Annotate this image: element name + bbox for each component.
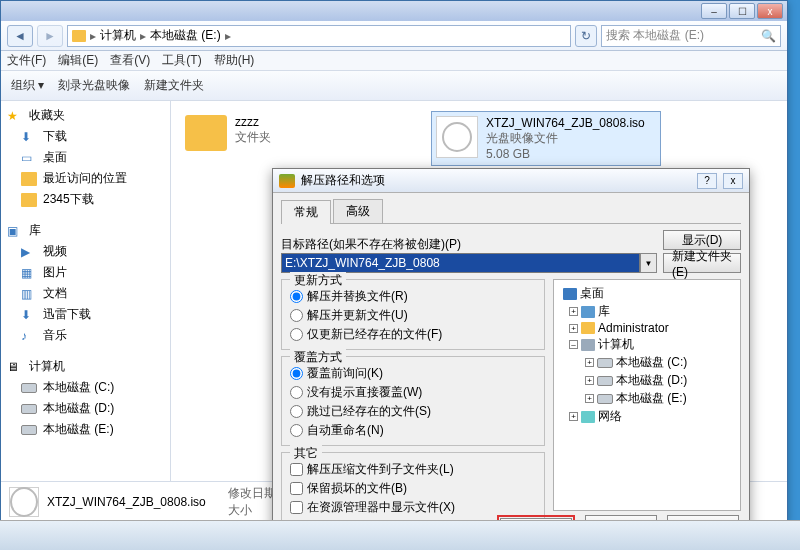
- new-folder-button[interactable]: 新建文件夹(E): [663, 253, 741, 273]
- sidebar-item-pictures[interactable]: ▦图片: [1, 262, 170, 283]
- sidebar-item-2345[interactable]: 2345下载: [1, 189, 170, 210]
- search-input[interactable]: 搜索 本地磁盘 (E:) 🔍: [601, 25, 781, 47]
- file-item-iso[interactable]: XTZJ_WIN764_ZJB_0808.iso 光盘映像文件 5.08 GB: [431, 111, 661, 166]
- expand-icon[interactable]: +: [569, 307, 578, 316]
- drive-icon: [21, 404, 37, 414]
- file-type: 光盘映像文件: [486, 130, 645, 147]
- sidebar-label: 2345下载: [43, 191, 94, 208]
- sidebar-item-music[interactable]: ♪音乐: [1, 325, 170, 346]
- sidebar-libraries[interactable]: ▣库: [1, 220, 170, 241]
- sidebar-item-documents[interactable]: ▥文档: [1, 283, 170, 304]
- arrow-right-icon: ►: [44, 29, 56, 43]
- menu-tools[interactable]: 工具(T): [162, 52, 201, 69]
- tree-desktop[interactable]: 桌面: [558, 285, 736, 302]
- menu-file[interactable]: 文件(F): [7, 52, 46, 69]
- new-folder-button[interactable]: 新建文件夹: [144, 77, 204, 94]
- expand-icon[interactable]: +: [569, 412, 578, 421]
- folder-icon: [21, 172, 37, 186]
- overwrite-mode-group: 覆盖方式 覆盖前询问(K) 没有提示直接覆盖(W) 跳过已经存在的文件(S) 自…: [281, 356, 545, 446]
- sidebar-label: 库: [29, 222, 41, 239]
- menu-bar: 文件(F) 编辑(E) 查看(V) 工具(T) 帮助(H): [1, 51, 787, 71]
- radio-extract-update[interactable]: 解压并更新文件(U): [290, 307, 536, 324]
- music-icon: ♪: [21, 329, 37, 343]
- address-bar: ◄ ► ▸ 计算机 ▸ 本地磁盘 (E:) ▸ ↻ 搜索 本地磁盘 (E:) 🔍: [1, 21, 787, 51]
- tree-drive-d[interactable]: +本地磁盘 (D:): [558, 372, 736, 389]
- sidebar-label: 本地磁盘 (D:): [43, 400, 114, 417]
- sidebar-item-video[interactable]: ▶视频: [1, 241, 170, 262]
- tree-label: 计算机: [598, 336, 634, 353]
- sidebar-favorites[interactable]: ★收藏夹: [1, 105, 170, 126]
- burn-image-button[interactable]: 刻录光盘映像: [58, 77, 130, 94]
- expand-icon[interactable]: +: [569, 324, 578, 333]
- tree-admin[interactable]: +Administrator: [558, 321, 736, 335]
- drive-icon: [597, 358, 613, 368]
- tab-advanced[interactable]: 高级: [333, 199, 383, 223]
- path-dropdown[interactable]: ▼: [640, 253, 657, 273]
- sidebar-item-xunlei[interactable]: ⬇迅雷下载: [1, 304, 170, 325]
- documents-icon: ▥: [21, 287, 37, 301]
- menu-help[interactable]: 帮助(H): [214, 52, 255, 69]
- radio-label: 解压并替换文件(R): [307, 288, 408, 305]
- sidebar-item-drive-e[interactable]: 本地磁盘 (E:): [1, 419, 170, 440]
- maximize-button[interactable]: ☐: [729, 3, 755, 19]
- sidebar-item-drive-d[interactable]: 本地磁盘 (D:): [1, 398, 170, 419]
- download-icon: ⬇: [21, 130, 37, 144]
- collapse-icon[interactable]: –: [569, 340, 578, 349]
- radio-extract-replace[interactable]: 解压并替换文件(R): [290, 288, 536, 305]
- search-icon: 🔍: [761, 29, 776, 43]
- radio-freshen-only[interactable]: 仅更新已经存在的文件(F): [290, 326, 536, 343]
- tree-drive-c[interactable]: +本地磁盘 (C:): [558, 354, 736, 371]
- folder-tree[interactable]: 桌面 +库 +Administrator –计算机 +本地磁盘 (C:) +本地…: [553, 279, 741, 511]
- expand-icon[interactable]: +: [585, 358, 594, 367]
- tree-network[interactable]: +网络: [558, 408, 736, 425]
- sidebar-item-recent[interactable]: 最近访问的位置: [1, 168, 170, 189]
- menu-view[interactable]: 查看(V): [110, 52, 150, 69]
- tree-libraries[interactable]: +库: [558, 303, 736, 320]
- expand-icon[interactable]: +: [585, 376, 594, 385]
- sidebar-label: 图片: [43, 264, 67, 281]
- tab-general[interactable]: 常规: [281, 200, 331, 224]
- breadcrumb-drive[interactable]: 本地磁盘 (E:): [150, 27, 221, 44]
- expand-icon[interactable]: +: [585, 394, 594, 403]
- radio-skip-existing[interactable]: 跳过已经存在的文件(S): [290, 403, 536, 420]
- sidebar-label: 文档: [43, 285, 67, 302]
- radio-auto-rename[interactable]: 自动重命名(N): [290, 422, 536, 439]
- check-label: 在资源管理器中显示文件(X): [307, 499, 455, 516]
- status-mod-label: 修改日期: [228, 485, 276, 502]
- organize-button[interactable]: 组织 ▾: [11, 77, 44, 94]
- sidebar-computer[interactable]: 🖥计算机: [1, 356, 170, 377]
- tree-computer[interactable]: –计算机: [558, 336, 736, 353]
- refresh-button[interactable]: ↻: [575, 25, 597, 47]
- iso-icon: [9, 487, 39, 517]
- radio-label: 覆盖前询问(K): [307, 365, 383, 382]
- minimize-button[interactable]: –: [701, 3, 727, 19]
- check-keep-broken[interactable]: 保留损坏的文件(B): [290, 480, 536, 497]
- taskbar[interactable]: [0, 520, 800, 550]
- sidebar-label: 最近访问的位置: [43, 170, 127, 187]
- tree-label: Administrator: [598, 321, 669, 335]
- video-icon: ▶: [21, 245, 37, 259]
- file-item-folder[interactable]: zzzz 文件夹: [181, 111, 411, 155]
- breadcrumb-computer[interactable]: 计算机: [100, 27, 136, 44]
- radio-label: 仅更新已经存在的文件(F): [307, 326, 442, 343]
- check-subfolder[interactable]: 解压压缩文件到子文件夹(L): [290, 461, 536, 478]
- check-show-explorer[interactable]: 在资源管理器中显示文件(X): [290, 499, 536, 516]
- help-button[interactable]: ?: [697, 173, 717, 189]
- search-placeholder: 搜索 本地磁盘 (E:): [606, 27, 704, 44]
- sidebar-item-downloads[interactable]: ⬇下载: [1, 126, 170, 147]
- update-mode-group: 更新方式 解压并替换文件(R) 解压并更新文件(U) 仅更新已经存在的文件(F): [281, 279, 545, 350]
- radio-overwrite-noask[interactable]: 没有提示直接覆盖(W): [290, 384, 536, 401]
- arrow-left-icon: ◄: [14, 29, 26, 43]
- menu-edit[interactable]: 编辑(E): [58, 52, 98, 69]
- radio-ask-overwrite[interactable]: 覆盖前询问(K): [290, 365, 536, 382]
- path-input[interactable]: [281, 253, 640, 273]
- sidebar-item-drive-c[interactable]: 本地磁盘 (C:): [1, 377, 170, 398]
- breadcrumb[interactable]: ▸ 计算机 ▸ 本地磁盘 (E:) ▸: [67, 25, 571, 47]
- sidebar-item-desktop[interactable]: ▭桌面: [1, 147, 170, 168]
- close-button[interactable]: x: [757, 3, 783, 19]
- tree-drive-e[interactable]: +本地磁盘 (E:): [558, 390, 736, 407]
- folder-icon: [21, 193, 37, 207]
- nav-back-button[interactable]: ◄: [7, 25, 33, 47]
- tree-label: 库: [598, 303, 610, 320]
- close-button[interactable]: x: [723, 173, 743, 189]
